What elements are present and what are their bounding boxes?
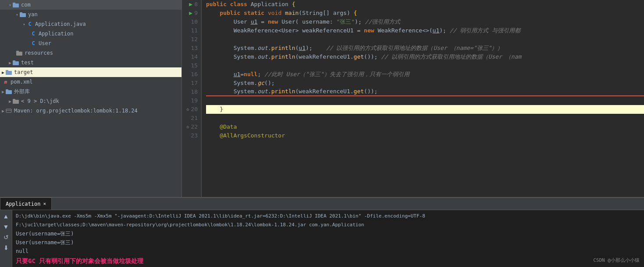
chevron-right-icon: ▶: [2, 89, 4, 94]
pom-icon: m: [2, 78, 9, 85]
sidebar-item-label: < 9 > D:\jdk: [21, 98, 59, 104]
sidebar-item-label: Application.java: [35, 21, 86, 27]
line-numbers: ▶ 8 ▶ 9 10 11 12 13 14 15 16 17 18 19 ◇ …: [182, 0, 202, 197]
line-number-11: 11: [185, 26, 198, 35]
jar-icon: [12, 98, 19, 105]
output-line-1: User(username=张三): [16, 229, 640, 238]
line-number-16: 16: [185, 70, 198, 79]
chevron-down-icon: ▾: [16, 12, 18, 17]
editor-area: ▶ 8 ▶ 9 10 11 12 13 14 15 16 17 18 19 ◇ …: [182, 0, 644, 197]
sidebar-item-yan[interactable]: ▾ yan: [0, 10, 181, 19]
folder-icon: [5, 69, 12, 76]
sidebar-item-application-class[interactable]: C Application: [0, 29, 181, 39]
sidebar-item-label: pom.xml: [11, 79, 33, 85]
sidebar-item-resources[interactable]: resources: [0, 48, 181, 58]
code-line-21: [206, 114, 644, 123]
close-icon[interactable]: ×: [43, 201, 46, 207]
svg-rect-3: [20, 12, 22, 14]
chevron-down-icon: ▾: [23, 22, 25, 27]
svg-rect-11: [6, 89, 8, 91]
sidebar-item-label: resources: [25, 50, 53, 56]
line-number-15: 15: [185, 61, 198, 70]
scroll-down-button[interactable]: ▼: [2, 222, 11, 231]
folder-icon: [12, 1, 19, 8]
sidebar-item-target[interactable]: ▶ target: [0, 67, 181, 77]
code-line-16: u1=null; //此时 User（"张三"）失去了强引用，只有一个弱引用: [206, 70, 644, 79]
chevron-down-icon: ▾: [9, 3, 11, 7]
svg-rect-8: [6, 71, 12, 75]
code-line-17: System.gc();: [206, 79, 644, 88]
line-number-10: 10: [185, 18, 198, 26]
svg-rect-12: [13, 100, 19, 104]
class-icon: C: [30, 40, 37, 47]
sidebar-item-label: yan: [28, 11, 38, 18]
sidebar-item-pom-xml[interactable]: m pom.xml: [0, 77, 181, 87]
code-line-12: [206, 35, 644, 44]
folder-icon: [16, 49, 23, 56]
sidebar-item-label: com: [21, 2, 31, 8]
svg-rect-5: [16, 51, 19, 52]
java-file-icon: C: [26, 21, 33, 28]
sidebar-item-test[interactable]: ▶ test: [0, 58, 181, 67]
debug-arrow-icon: ▶: [189, 9, 192, 18]
output-line-2: User(username=张三): [16, 238, 640, 247]
gc-highlight-text: 只要GC 只有弱引用下的对象会被当做垃圾处理: [16, 257, 143, 264]
code-line-20: }: [206, 105, 644, 114]
code-line-14: System.out.println(weakReferenceU1.get()…: [206, 53, 644, 61]
tab-application[interactable]: Application ×: [0, 197, 52, 210]
code-line-22: @Data: [206, 123, 644, 131]
svg-rect-7: [13, 60, 15, 62]
line-number-8: ▶ 8: [185, 0, 198, 9]
download-button[interactable]: ⬇: [2, 243, 11, 252]
line-number-19: 19: [185, 96, 198, 105]
svg-rect-0: [13, 4, 19, 7]
code-line-23: @AllArgsConstructor: [206, 131, 644, 140]
bottom-toolbar: ▲ ▼ ↺ ⬇: [0, 210, 12, 267]
rerun-button[interactable]: ↺: [2, 233, 11, 242]
svg-rect-1: [13, 3, 15, 4]
svg-rect-6: [13, 61, 19, 65]
svg-rect-2: [20, 13, 26, 17]
sidebar-item-application-java[interactable]: ▾ C Application.java: [0, 19, 181, 29]
code-line-15: [206, 61, 644, 70]
folder-icon: [5, 88, 12, 95]
line-number-12: 12: [185, 35, 198, 44]
line-number-22: ◇ 22: [185, 123, 198, 131]
chevron-right-icon: ▶: [2, 109, 4, 113]
chevron-right-icon: ▶: [2, 70, 4, 75]
chevron-right-icon: ▶: [9, 99, 11, 104]
folder-icon: [19, 11, 26, 18]
chevron-right-icon: ▶: [9, 60, 11, 65]
code-line-18: System.out.println(weakReferenceU1.get()…: [206, 88, 644, 96]
jar-icon: [5, 107, 12, 114]
code-content[interactable]: public class Application { public static…: [202, 0, 644, 197]
sidebar-item-maven-lombok[interactable]: ▶ Maven: org.projectlombok:lombok:1.18.2…: [0, 106, 181, 116]
code-line-11: WeakReference<User> weakReferenceU1 = ne…: [206, 26, 644, 35]
output-line-3: null: [16, 247, 640, 256]
sidebar-item-user-class[interactable]: C User: [0, 39, 181, 48]
code-line-13: System.out.println(u1); // 以强引用的方式获取引用地址…: [206, 44, 644, 53]
code-line-10: User u1 = new User( username: "张三"); //强…: [206, 18, 644, 26]
line-number-21: 21: [185, 114, 198, 123]
svg-rect-14: [6, 109, 11, 112]
bottom-content: D:\jdk\bin\java.exe -Xms5m -Xmx5m "-java…: [12, 210, 644, 267]
scroll-up-button[interactable]: ▲: [2, 212, 11, 221]
output-cmd-line1: D:\jdk\bin\java.exe -Xms5m -Xmx5m "-java…: [16, 212, 640, 221]
sidebar-item-com[interactable]: ▾ com: [0, 0, 181, 10]
svg-rect-9: [6, 70, 8, 71]
sidebar-item-external-libs[interactable]: ▶ 外部库: [0, 87, 181, 96]
output-cmd-line2: F:\juc1\target\classes;D:\maven\maven-re…: [16, 221, 640, 229]
bottom-right: D:\jdk\bin\java.exe -Xms5m -Xmx5m "-java…: [12, 210, 644, 267]
line-number-13: 13: [185, 44, 198, 53]
line-number-18: 18: [185, 88, 198, 96]
sidebar-item-label: User: [39, 40, 51, 46]
sidebar-item-jdk9[interactable]: ▶ < 9 > D:\jdk: [0, 96, 181, 106]
svg-rect-10: [6, 90, 12, 94]
line-number-9: ▶ 9: [185, 9, 198, 18]
line-number-17: 17: [185, 79, 198, 88]
sidebar-item-label: Maven: org.projectlombok:lombok:1.18.24: [14, 108, 138, 114]
bottom-tabs: Application ×: [0, 198, 644, 210]
bottom-body: ▲ ▼ ↺ ⬇ D:\jdk\bin\java.exe -Xms5m -Xmx5…: [0, 210, 644, 267]
sidebar: ▾ com ▾ yan ▾ C Application.java C Appli…: [0, 0, 182, 197]
code-line-8: public class Application {: [206, 0, 644, 9]
